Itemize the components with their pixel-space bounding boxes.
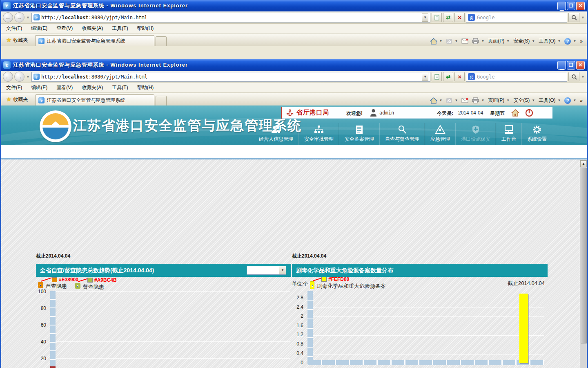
minimize-button[interactable]: ▁ [557, 2, 566, 10]
active-tab[interactable]: e 江苏省港口安全监管与应急管理系统 [35, 35, 154, 46]
maximize-button[interactable]: ❒ [567, 61, 575, 70]
search-button[interactable] [568, 72, 579, 81]
command-tools[interactable]: 工具(O) [539, 97, 555, 104]
nav-operator-info[interactable]: 经营人信息管理 [254, 123, 298, 145]
refresh-button[interactable]: ⇄ [443, 13, 453, 22]
right-chart-header: 剧毒化学品和重大危险源备案数量分布 [292, 264, 548, 277]
printer-icon[interactable] [472, 97, 479, 103]
nav-workbench[interactable]: 工作台 [496, 123, 521, 145]
favorites-button[interactable]: ★ 收藏夹 [3, 94, 31, 105]
bar-toxic-chemicals[interactable] [519, 294, 528, 363]
scroll-up-button[interactable]: ▲ [580, 160, 587, 167]
mail-icon[interactable] [461, 98, 468, 103]
address-dropdown[interactable]: ▼ [422, 73, 428, 81]
menu-favorites[interactable]: 收藏夹(A) [82, 84, 103, 91]
active-tab[interactable]: e 江苏省港口安全监管与应急管理系统 [35, 94, 154, 105]
search-box[interactable]: g Google [466, 72, 567, 82]
search-placeholder: Google [477, 15, 494, 20]
forward-button[interactable]: → [14, 12, 24, 22]
tab-favicon: e [38, 97, 45, 103]
stop-button[interactable]: × [454, 13, 465, 22]
home-icon[interactable] [430, 97, 437, 104]
printer-icon[interactable] [472, 38, 479, 44]
menu-tools[interactable]: 工具(T) [112, 84, 128, 91]
menu-help[interactable]: 帮助(H) [137, 25, 154, 32]
window-titlebar[interactable]: e 江苏省港口安全监管与应急管理系统 - Windows Internet Ex… [1, 59, 587, 71]
overflow-chevron-icon[interactable]: » [580, 98, 583, 103]
user-bar: 省厅港口局 欢迎您! admin 今天是: 2014-04-04 星期五 [281, 107, 552, 119]
close-button[interactable]: ✕ [576, 61, 585, 70]
nav-safety-approval[interactable]: 安全审批管理 [298, 123, 339, 145]
home-icon[interactable] [430, 38, 437, 45]
close-button[interactable]: ✕ [576, 2, 585, 10]
document-icon [354, 125, 364, 135]
logout-power-icon[interactable] [525, 108, 534, 117]
page-icon: e [33, 14, 40, 20]
menu-view[interactable]: 查看(V) [56, 25, 73, 32]
help-icon[interactable]: ? [564, 38, 571, 45]
command-safety[interactable]: 安全(S) [513, 38, 530, 45]
menu-tools[interactable]: 工具(T) [112, 25, 128, 32]
address-bar[interactable]: e http://localhost:8080/yjpt/Main.html ▼ [31, 72, 430, 82]
search-button[interactable] [568, 13, 579, 22]
window-titlebar[interactable]: e 江苏省港口安全监管与应急管理系统 - Windows Internet Ex… [1, 0, 587, 11]
menu-help[interactable]: 帮助(H) [137, 84, 154, 91]
command-safety[interactable]: 安全(S) [513, 97, 530, 104]
scrollbar-thumb[interactable] [581, 168, 587, 343]
menu-edit[interactable]: 编辑(E) [31, 25, 47, 32]
nav-system-settings[interactable]: 系统设置 [521, 123, 552, 145]
command-tools[interactable]: 工具(O) [539, 38, 555, 45]
picker-dot [312, 285, 313, 287]
nav-emergency[interactable]: 应急管理 [425, 123, 455, 145]
mail-icon[interactable] [461, 38, 468, 44]
y-tick: 2.8 [290, 295, 303, 301]
menu-view[interactable]: 查看(V) [56, 84, 73, 91]
favorites-button[interactable]: ★ 收藏夹 [3, 35, 31, 45]
back-button[interactable]: ← [3, 12, 13, 22]
shield-icon [471, 125, 481, 135]
annotation-hex: #FEFD00 [328, 276, 349, 282]
address-bar[interactable]: e http://localhost:8080/yjpt/Main.html ▼ [31, 13, 430, 22]
command-page[interactable]: 页面(P) [488, 38, 504, 45]
new-tab-button[interactable] [156, 96, 167, 105]
menu-bar: 文件(F) 编辑(E) 查看(V) 收藏夹(A) 工具(T) 帮助(H) [1, 83, 587, 93]
right-chart-y-axis [307, 291, 313, 364]
address-dropdown[interactable]: ▼ [422, 13, 428, 22]
left-chart-filter-select[interactable]: ▼ [247, 266, 286, 275]
command-page[interactable]: 页面(P) [488, 97, 504, 104]
menu-edit[interactable]: 编辑(E) [31, 84, 47, 91]
back-button[interactable]: ← [3, 72, 13, 82]
overflow-chevron-icon[interactable]: » [580, 38, 583, 44]
cropped-red-element [50, 366, 56, 368]
compatibility-button[interactable] [432, 13, 442, 22]
forward-button[interactable]: → [14, 72, 24, 82]
nav-port-security[interactable]: 港口设施保安 [455, 123, 496, 145]
search-box[interactable]: g Google [466, 13, 567, 22]
minimize-button[interactable]: ▁ [557, 61, 566, 70]
rss-icon[interactable] [446, 38, 452, 44]
nav-safety-filing[interactable]: 安全备案管理 [339, 123, 379, 145]
home-icon[interactable] [511, 108, 520, 117]
y-tick: 40 [33, 339, 46, 345]
menu-file[interactable]: 文件(F) [6, 84, 22, 91]
left-chart-header: 全省自查/督查隐患总数趋势(截止2014.04.04) ▼ [36, 264, 291, 277]
stop-button[interactable]: × [454, 72, 465, 81]
history-dropdown-icon[interactable]: ▼ [26, 16, 30, 20]
vertical-scrollbar[interactable]: ▲ [580, 160, 587, 368]
nav-self-supervision[interactable]: 自查与督查管理 [379, 123, 425, 145]
spacer [1, 145, 587, 158]
help-icon[interactable]: ? [564, 97, 571, 104]
tab-favicon: e [38, 38, 45, 44]
search-options-dropdown[interactable]: ▼ [581, 75, 585, 79]
legend-label-toxic: 剧毒化学品和重大危险源备案 [317, 283, 386, 290]
menu-bar: 文件(F) 编辑(E) 查看(V) 收藏夹(A) 工具(T) 帮助(H) [1, 24, 587, 34]
rss-icon[interactable] [446, 98, 452, 103]
new-tab-button[interactable] [156, 36, 167, 46]
compatibility-button[interactable] [432, 72, 442, 81]
history-dropdown-icon[interactable]: ▼ [26, 75, 30, 79]
maximize-button[interactable]: ❒ [567, 2, 575, 10]
menu-file[interactable]: 文件(F) [6, 25, 22, 32]
menu-favorites[interactable]: 收藏夹(A) [82, 25, 103, 32]
search-options-dropdown[interactable]: ▼ [581, 16, 585, 20]
refresh-button[interactable]: ⇄ [443, 72, 453, 81]
